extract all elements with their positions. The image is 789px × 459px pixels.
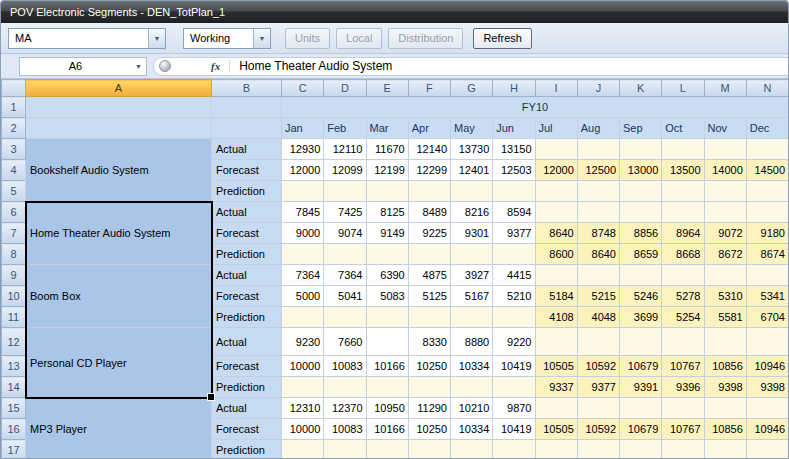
- cell-D4[interactable]: 12099: [324, 160, 366, 181]
- cell-D11[interactable]: [324, 307, 366, 328]
- cell-I12[interactable]: [535, 328, 577, 356]
- cell-J7[interactable]: 8748: [577, 223, 619, 244]
- cell-E9[interactable]: 6390: [366, 265, 408, 286]
- cell-K6[interactable]: [620, 202, 662, 223]
- cell-J14[interactable]: 9377: [577, 377, 619, 398]
- cell-K13[interactable]: 10679: [620, 356, 662, 377]
- cell-F11[interactable]: [408, 307, 450, 328]
- cell-A3[interactable]: Bookshelf Audio System: [26, 139, 212, 202]
- cell-E15[interactable]: 10950: [366, 398, 408, 419]
- cell-K12[interactable]: [620, 328, 662, 356]
- cell-B13[interactable]: Forecast: [212, 356, 282, 377]
- cell-H6[interactable]: 8594: [493, 202, 535, 223]
- cell-D2[interactable]: Feb: [324, 118, 366, 139]
- cell-G11[interactable]: [451, 307, 493, 328]
- cell-M4[interactable]: 14000: [704, 160, 746, 181]
- cell-L13[interactable]: 10767: [662, 356, 704, 377]
- cell-K10[interactable]: 5246: [620, 286, 662, 307]
- cell-G13[interactable]: 10334: [451, 356, 493, 377]
- cell-B10[interactable]: Forecast: [212, 286, 282, 307]
- cell-L6[interactable]: [662, 202, 704, 223]
- spreadsheet[interactable]: ABCDEFGHIJKLMN1FY102JanFebMarAprMayJunJu…: [1, 79, 788, 458]
- cell-G4[interactable]: 12401: [451, 160, 493, 181]
- cell-G5[interactable]: [451, 181, 493, 202]
- cell-B11[interactable]: Prediction: [212, 307, 282, 328]
- cell-M5[interactable]: [704, 181, 746, 202]
- cell-D6[interactable]: 7425: [324, 202, 366, 223]
- cell-E14[interactable]: [366, 377, 408, 398]
- cell-L16[interactable]: 10767: [662, 419, 704, 440]
- cell-N17[interactable]: [746, 440, 788, 459]
- cell-H11[interactable]: [493, 307, 535, 328]
- row-header-11[interactable]: 11: [2, 307, 26, 328]
- cell-B5[interactable]: Prediction: [212, 181, 282, 202]
- cell-F14[interactable]: [408, 377, 450, 398]
- cell-H10[interactable]: 5210: [493, 286, 535, 307]
- cell-B8[interactable]: Prediction: [212, 244, 282, 265]
- cell-C5[interactable]: [282, 181, 324, 202]
- cell-D12[interactable]: 7660: [324, 328, 366, 356]
- cell-H17[interactable]: [493, 440, 535, 459]
- cell-B17[interactable]: Prediction: [212, 440, 282, 459]
- cell-J2[interactable]: Aug: [577, 118, 619, 139]
- cell-H16[interactable]: 10419: [493, 419, 535, 440]
- cell-A2[interactable]: [26, 118, 212, 139]
- cell-H4[interactable]: 12503: [493, 160, 535, 181]
- cell-E3[interactable]: 11670: [366, 139, 408, 160]
- cell-E4[interactable]: 12199: [366, 160, 408, 181]
- cell-G14[interactable]: [451, 377, 493, 398]
- cell-I17[interactable]: [535, 440, 577, 459]
- cell-K17[interactable]: [620, 440, 662, 459]
- cell-G6[interactable]: 8216: [451, 202, 493, 223]
- cell-I13[interactable]: 10505: [535, 356, 577, 377]
- cell-D3[interactable]: 12110: [324, 139, 366, 160]
- cell-L3[interactable]: [662, 139, 704, 160]
- grid-corner[interactable]: [2, 80, 26, 97]
- cell-A6[interactable]: Home Theater Audio System: [26, 202, 212, 265]
- cell-H12[interactable]: 9220: [493, 328, 535, 356]
- cell-D5[interactable]: [324, 181, 366, 202]
- cell-K7[interactable]: 8856: [620, 223, 662, 244]
- cell-N11[interactable]: 6704: [746, 307, 788, 328]
- cell-E8[interactable]: [366, 244, 408, 265]
- cell-C4[interactable]: 12000: [282, 160, 324, 181]
- cell-L8[interactable]: 8668: [662, 244, 704, 265]
- cell-F12[interactable]: 8330: [408, 328, 450, 356]
- cell-L15[interactable]: [662, 398, 704, 419]
- cell-L9[interactable]: [662, 265, 704, 286]
- cell-E13[interactable]: 10166: [366, 356, 408, 377]
- column-header-F[interactable]: F: [408, 80, 450, 97]
- row-header-1[interactable]: 1: [2, 97, 26, 118]
- cell-J15[interactable]: [577, 398, 619, 419]
- pov-member-dropdown[interactable]: MA ▼: [8, 28, 166, 49]
- row-header-5[interactable]: 5: [2, 181, 26, 202]
- cell-I9[interactable]: [535, 265, 577, 286]
- formula-input[interactable]: Home Theater Audio System: [230, 59, 392, 73]
- cell-H15[interactable]: 9870: [493, 398, 535, 419]
- row-header-17[interactable]: 17: [2, 440, 26, 459]
- cell-A1[interactable]: [26, 97, 212, 118]
- units-button[interactable]: Units: [285, 28, 330, 49]
- cell-C7[interactable]: 9000: [282, 223, 324, 244]
- cell-I7[interactable]: 8640: [535, 223, 577, 244]
- cell-N7[interactable]: 9180: [746, 223, 788, 244]
- cell-I5[interactable]: [535, 181, 577, 202]
- cell-N4[interactable]: 14500: [746, 160, 788, 181]
- column-header-I[interactable]: I: [535, 80, 577, 97]
- chevron-down-icon[interactable]: ▼: [131, 63, 146, 70]
- cell-F2[interactable]: Apr: [408, 118, 450, 139]
- row-header-8[interactable]: 8: [2, 244, 26, 265]
- cell-K11[interactable]: 3699: [620, 307, 662, 328]
- cell-D7[interactable]: 9074: [324, 223, 366, 244]
- chevron-down-icon[interactable]: ▼: [148, 29, 165, 48]
- cell-M15[interactable]: [704, 398, 746, 419]
- row-header-15[interactable]: 15: [2, 398, 26, 419]
- chevron-down-icon[interactable]: ▼: [253, 29, 270, 48]
- cell-L14[interactable]: 9396: [662, 377, 704, 398]
- cell-M6[interactable]: [704, 202, 746, 223]
- cell-I10[interactable]: 5184: [535, 286, 577, 307]
- column-header-B[interactable]: B: [212, 80, 282, 97]
- cell-F9[interactable]: 4875: [408, 265, 450, 286]
- cell-F3[interactable]: 12140: [408, 139, 450, 160]
- cell-D14[interactable]: [324, 377, 366, 398]
